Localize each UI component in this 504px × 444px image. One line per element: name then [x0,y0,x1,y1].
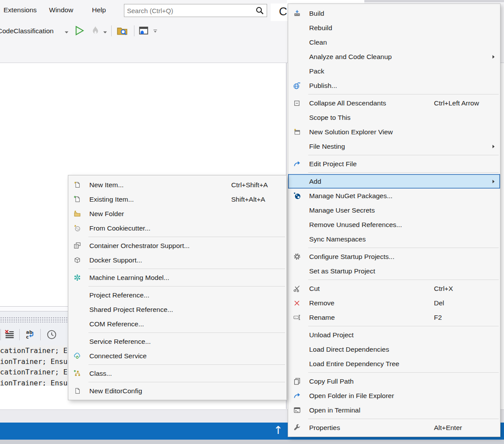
menu-item-properties[interactable]: PropertiesAlt+Enter [288,420,500,435]
menu-item-label: From Cookiecutter... [89,224,151,232]
menu-item-label: Rename [309,314,335,322]
svg-text:c: c [26,334,29,339]
menu-item-shortcut: Alt+Enter [434,424,462,432]
menu-item-connected-service[interactable]: Connected Service [68,349,286,363]
submenu-arrow-icon [491,144,496,149]
hot-reload-icon[interactable] [90,25,101,36]
menu-item-project-reference[interactable]: Project Reference... [68,288,286,302]
chevron-down-icon[interactable] [102,30,108,35]
menu-item-load-direct-dependencies[interactable]: Load Direct Dependencies [288,342,500,357]
submenu-arrow-icon [491,54,496,59]
menu-item-shortcut: Ctrl+Shift+A [231,181,268,189]
search-input[interactable] [124,7,255,14]
menu-item-docker-support[interactable]: Docker Support... [68,253,286,267]
menu-item-label: Existing Item... [89,196,134,203]
run-icon[interactable] [74,25,85,36]
menu-item-label: Publish... [309,82,337,90]
menu-item-label: Manage User Secrets [309,206,375,214]
menu-item-label: Clean [309,38,327,46]
menu-item-label: Edit Project File [309,160,357,168]
menu-item-remove[interactable]: RemoveDel [288,296,500,310]
menu-item-publish[interactable]: Publish... [288,78,500,93]
startup-project-label[interactable]: CodeClassification [0,27,53,35]
menu-item-label: Sync Namespaces [309,235,366,243]
browser-home-icon[interactable] [138,25,149,36]
menu-item-scope-to-this[interactable]: Scope to This [288,110,500,125]
editorconfig-icon [72,386,82,396]
search-icon [255,6,264,15]
menu-item-open-in-terminal[interactable]: Open in Terminal [288,403,500,417]
scroll-to-top-icon[interactable]: ↑ [274,424,283,437]
menu-item-service-reference[interactable]: Service Reference... [68,334,286,349]
existing-item-icon [72,195,82,204]
menu-separator [68,285,286,288]
menu-item-collapse-all-descendants[interactable]: Collapse All DescendantsCtrl+Left Arrow [288,96,500,110]
menu-item-cut[interactable]: CutCtrl+X [288,281,500,296]
menu-item-class[interactable]: Class... [68,366,286,381]
chevron-down-icon[interactable] [64,30,69,35]
menu-item-new-editorconfig[interactable]: New EditorConfig [68,384,286,398]
menu-item-container-orchestrator-support[interactable]: Container Orchestrator Support... [68,238,286,253]
clear-all-icon[interactable] [4,329,15,340]
menu-separator [288,93,500,96]
menu-item-shortcut: Shift+Alt+A [231,196,265,203]
search-box[interactable] [124,4,267,17]
menu-item-label: Add [309,178,321,185]
menu-separator [288,154,500,157]
menu-item-configure-startup-projects[interactable]: Configure Startup Projects... [288,249,500,264]
menu-item-label: Analyze and Code Cleanup [309,53,392,61]
menubar-item-extensions[interactable]: Extensions [4,6,37,14]
publish-icon [292,81,302,91]
menu-item-machine-learning-model[interactable]: Machine Learning Model... [68,270,286,285]
menu-item-label: Manage NuGet Packages... [309,192,392,200]
menu-item-new-item[interactable]: New Item...Ctrl+Shift+A [68,178,286,192]
menu-item-manage-user-secrets[interactable]: Manage User Secrets [288,203,500,217]
menu-item-add[interactable]: Add [288,174,500,189]
menu-item-load-entire-dependency-tree[interactable]: Load Entire Dependency Tree [288,357,500,371]
menu-item-new-folder[interactable]: New Folder [68,206,286,221]
menu-separator [288,278,500,281]
menu-separator [68,381,286,384]
menu-item-new-solution-explorer-view[interactable]: New Solution Explorer View [288,125,500,139]
menu-item-rename[interactable]: RenameF2 [288,310,500,325]
menu-item-file-nesting[interactable]: File Nesting [288,139,500,154]
ml-model-icon [72,273,82,283]
menu-item-label: Container Orchestrator Support... [89,242,190,250]
menu-item-sync-namespaces[interactable]: Sync Namespaces [288,232,500,246]
menu-item-edit-project-file[interactable]: Edit Project File [288,157,500,171]
menu-item-label: Build [309,10,324,17]
menu-item-label: New Solution Explorer View [309,128,393,136]
menu-item-set-as-startup-project[interactable]: Set as Startup Project [288,264,500,278]
menu-item-remove-unused-references[interactable]: Remove Unused References... [288,217,500,232]
toolbar-separator [0,329,1,340]
menu-item-label: Machine Learning Model... [89,274,169,282]
menubar-item-window[interactable]: Window [49,6,73,14]
menu-item-com-reference[interactable]: COM Reference... [68,317,286,331]
menu-item-label: Project Reference... [89,291,149,299]
menu-item-shared-project-reference[interactable]: Shared Project Reference... [68,302,286,317]
menu-item-from-cookiecutter[interactable]: From Cookiecutter... [68,221,286,235]
overflow-chevron-icon[interactable] [152,28,163,38]
taskbar-strip [0,440,504,444]
word-wrap-icon[interactable]: abc [24,329,35,340]
menu-item-copy-full-path[interactable]: Copy Full Path [288,374,500,388]
rename-icon [292,313,302,322]
menu-item-unload-project[interactable]: Unload Project [288,328,500,342]
menu-item-build[interactable]: Build [288,6,500,21]
menu-item-open-folder-in-file-explorer[interactable]: Open Folder in File Explorer [288,388,500,403]
menubar-item-help[interactable]: Help [92,6,106,14]
folder-search-icon[interactable] [116,25,127,36]
menu-item-shortcut: Ctrl+Left Arrow [434,99,479,107]
menu-item-clean[interactable]: Clean [288,35,500,49]
menu-item-analyze-and-code-cleanup[interactable]: Analyze and Code Cleanup [288,49,500,64]
menu-separator [68,235,286,238]
menu-item-label: Set as Startup Project [309,267,375,275]
menu-item-existing-item[interactable]: Existing Item...Shift+Alt+A [68,192,286,206]
menu-item-manage-nuget-packages[interactable]: Manage NuGet Packages... [288,189,500,203]
toolbar-separator [111,25,112,36]
menu-item-rebuild[interactable]: Rebuild [288,21,500,35]
menu-item-shortcut: F2 [434,314,442,322]
clock-icon[interactable] [46,329,57,340]
menu-item-pack[interactable]: Pack [288,64,500,78]
copy-icon [292,377,302,386]
